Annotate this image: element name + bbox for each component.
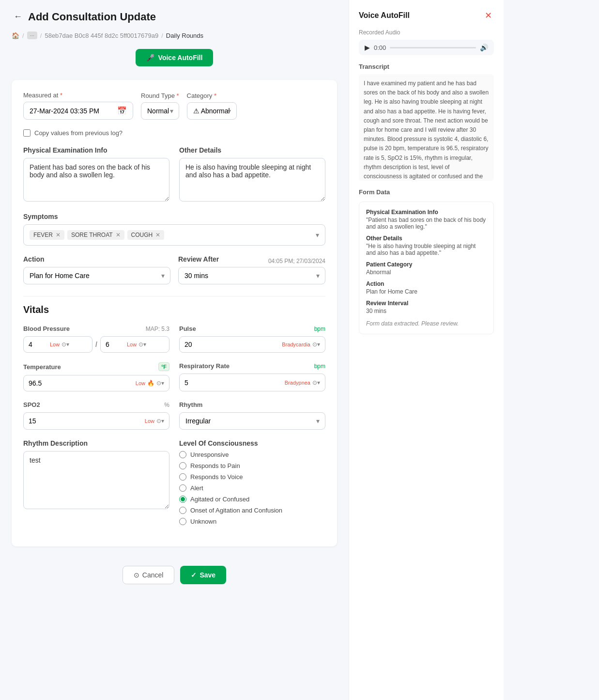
mic-icon: 🎤 — [146, 54, 154, 62]
loc-agitated[interactable]: Agitated or Confused — [179, 496, 325, 503]
respiratory-controls[interactable]: ⊙▾ — [312, 379, 320, 386]
bp-diastolic-field[interactable] — [106, 341, 125, 348]
physical-exam-group: Physical Examination Info Patient has ba… — [23, 146, 169, 203]
fd-other-details-val: "He is also having trouble sleeping at n… — [366, 243, 487, 256]
back-button[interactable]: ← — [12, 10, 24, 24]
spo2-label: SPO2 — [23, 401, 40, 408]
spo2-controls[interactable]: ⊙▾ — [156, 418, 164, 424]
loc-responds-voice-radio[interactable] — [179, 473, 186, 481]
review-after-group: Review After 04:05 PM; 27/03/2024 30 min… — [178, 255, 325, 284]
pulse-controls[interactable]: ⊙▾ — [312, 341, 320, 348]
respiratory-status: Bradypnea — [285, 380, 310, 386]
loc-label: Level Of Consciousness — [179, 439, 325, 447]
loc-onset-agitation[interactable]: Onset of Agitation and Confusion — [179, 507, 325, 514]
loc-group: Level Of Consciousness Unresponsive Resp… — [179, 439, 325, 525]
category-select[interactable]: ⚠ Abnormal — [187, 102, 237, 120]
respiratory-card: Respiratory Rate bpm Bradypnea ⊙▾ — [179, 362, 325, 391]
voice-autofill-panel: Voice AutoFill ✕ Recorded Audio ▶ 0:00 🔊… — [349, 0, 504, 700]
temperature-card: Temperature °F Low 🔥 ⊙▾ — [23, 362, 169, 391]
rhythm-desc-label: Rhythm Description — [23, 439, 169, 447]
rhythm-select[interactable]: Irregular — [179, 412, 325, 430]
bp-systolic-field[interactable] — [29, 341, 48, 348]
transcript-section: Transcript I have examined my patient an… — [359, 63, 494, 181]
review-after-select-wrapper[interactable]: 30 mins — [178, 267, 325, 284]
copy-values-label[interactable]: Copy values from previous log? — [34, 129, 123, 137]
loc-alert-radio[interactable] — [179, 484, 186, 492]
fd-action-val: Plan for Home Care — [366, 288, 487, 295]
audio-progress-bar[interactable] — [390, 47, 476, 48]
round-type-label: Round Type * — [141, 92, 179, 99]
measured-at-field[interactable] — [30, 107, 114, 115]
audio-player: ▶ 0:00 🔊 — [359, 40, 494, 55]
action-select-wrapper[interactable]: Plan for Home Care — [23, 267, 170, 284]
loc-unresponsive[interactable]: Unresponsive — [179, 451, 325, 458]
voice-autofill-button[interactable]: 🎤 Voice AutoFill — [136, 49, 214, 66]
category-select-wrapper[interactable]: ⚠ Abnormal — [187, 102, 237, 120]
symptoms-dropdown-icon[interactable]: ▾ — [316, 231, 319, 239]
round-type-select-wrapper[interactable]: Normal — [141, 102, 179, 120]
loc-onset-agitation-radio[interactable] — [179, 507, 186, 514]
respiratory-field[interactable] — [184, 379, 283, 387]
temperature-field[interactable] — [29, 379, 134, 387]
rhythm-label: Rhythm — [179, 401, 202, 408]
symptoms-input[interactable]: FEVER ✕ SORE THROAT ✕ COUGH ✕ ▾ — [23, 224, 325, 246]
voice-panel-close-button[interactable]: ✕ — [482, 10, 494, 21]
temp-unit-badge[interactable]: °F — [158, 362, 169, 371]
bp-diastolic-input[interactable]: Low ⊙▾ — [100, 336, 169, 353]
respiratory-unit: bpm — [314, 363, 325, 370]
vitals-grid: Blood Pressure MAP: 5.3 Low ⊙▾ / Low — [23, 325, 325, 430]
respiratory-input[interactable]: Bradypnea ⊙▾ — [179, 373, 325, 391]
exam-details-row: Physical Examination Info Patient has ba… — [23, 146, 325, 203]
pulse-field[interactable] — [184, 341, 280, 348]
physical-exam-label: Physical Examination Info — [23, 146, 169, 154]
spo2-card: SPO2 % Low ⊙▾ — [23, 401, 169, 430]
rhythm-select-wrapper[interactable]: Irregular — [179, 412, 325, 430]
play-button[interactable]: ▶ — [365, 44, 370, 51]
copy-values-row: Copy values from previous log? — [23, 129, 325, 137]
home-icon[interactable]: 🏠 — [12, 32, 19, 39]
other-details-label: Other Details — [179, 146, 325, 154]
rhythm-desc-textarea[interactable]: test — [23, 451, 169, 509]
review-after-select[interactable]: 30 mins — [178, 267, 325, 284]
spo2-input[interactable]: Low ⊙▾ — [23, 412, 169, 430]
temperature-input[interactable]: Low 🔥 ⊙▾ — [23, 375, 169, 391]
respiratory-label: Respiratory Rate — [179, 362, 230, 370]
loc-unknown[interactable]: Unknown — [179, 518, 325, 525]
loc-responds-voice[interactable]: Responds to Voice — [179, 473, 325, 481]
temperature-controls[interactable]: ⊙▾ — [156, 380, 164, 387]
fd-patient-category-val: Abnormal — [366, 269, 487, 276]
measured-at-group: Measured at * 📅 — [23, 92, 133, 120]
round-type-select[interactable]: Normal — [141, 102, 179, 120]
remove-cough-btn[interactable]: ✕ — [155, 232, 160, 238]
round-type-group: Round Type * Normal — [141, 92, 179, 120]
remove-fever-btn[interactable]: ✕ — [56, 232, 61, 238]
footer-actions: ⊙ Cancel ✓ Save — [12, 556, 337, 594]
category-label: Category * — [187, 92, 237, 99]
action-select[interactable]: Plan for Home Care — [23, 267, 170, 284]
measured-at-input[interactable]: 📅 — [23, 102, 133, 120]
volume-icon[interactable]: 🔊 — [480, 44, 488, 51]
cancel-button[interactable]: ⊙ Cancel — [123, 566, 175, 584]
remove-sore-throat-btn[interactable]: ✕ — [116, 232, 121, 238]
loc-unresponsive-radio[interactable] — [179, 451, 186, 458]
pulse-input[interactable]: Bradycardia ⊙▾ — [179, 336, 325, 353]
bp-systolic-input[interactable]: Low ⊙▾ — [23, 336, 92, 353]
loc-alert[interactable]: Alert — [179, 484, 325, 492]
measured-at-label: Measured at * — [23, 92, 133, 99]
loc-responds-pain-radio[interactable] — [179, 462, 186, 469]
bp-systolic-controls[interactable]: ⊙▾ — [61, 341, 69, 348]
other-details-textarea[interactable]: He is also having trouble sleeping at ni… — [179, 158, 325, 202]
breadcrumb-dots[interactable]: ··· — [27, 31, 37, 39]
copy-values-checkbox[interactable] — [23, 129, 31, 137]
fd-patient-category-key: Patient Category — [366, 261, 487, 268]
loc-unknown-radio[interactable] — [179, 518, 186, 525]
loc-agitated-radio[interactable] — [179, 496, 186, 503]
physical-exam-textarea[interactable]: Patient has bad sores on the back of his… — [23, 158, 169, 202]
spo2-field[interactable] — [29, 417, 143, 425]
bp-diastolic-controls[interactable]: ⊙▾ — [138, 341, 146, 348]
temperature-label: Temperature — [23, 363, 61, 371]
fd-other-details: Other Details "He is also having trouble… — [366, 235, 487, 256]
save-button[interactable]: ✓ Save — [180, 566, 226, 584]
pulse-unit: bpm — [314, 326, 325, 332]
loc-responds-pain[interactable]: Responds to Pain — [179, 462, 325, 469]
